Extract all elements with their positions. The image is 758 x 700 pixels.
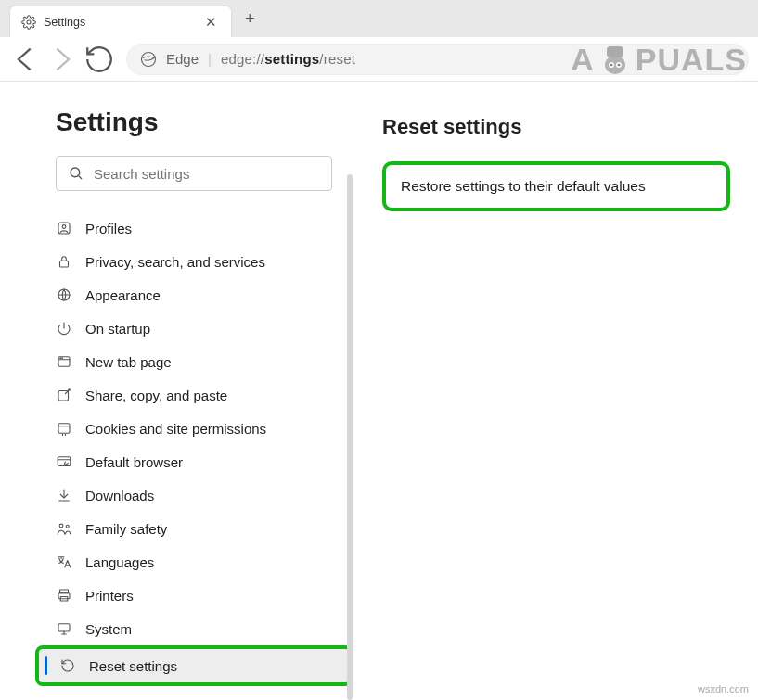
- address-url: edge://settings/reset: [221, 51, 355, 67]
- browser-tab[interactable]: Settings ✕: [9, 6, 232, 37]
- family-icon: [56, 520, 72, 537]
- sidebar-item-label: Default browser: [85, 454, 183, 470]
- sidebar-item-system[interactable]: System: [35, 612, 353, 645]
- nav-list: ProfilesPrivacy, search, and servicesApp…: [56, 211, 332, 686]
- back-button[interactable]: [9, 44, 41, 75]
- new-tab-button[interactable]: +: [239, 6, 261, 32]
- refresh-button[interactable]: [84, 44, 115, 75]
- sidebar-item-printer[interactable]: Printers: [35, 579, 353, 612]
- address-separator: |: [208, 51, 212, 67]
- sidebar-item-label: Printers: [85, 588, 134, 604]
- search-field[interactable]: [56, 156, 332, 191]
- mascot-icon: [597, 41, 634, 78]
- svg-rect-18: [58, 624, 70, 631]
- sidebar-item-reset[interactable]: Reset settings: [35, 645, 353, 686]
- svg-point-9: [62, 358, 63, 359]
- download-icon: [56, 487, 72, 503]
- newtab-icon: [56, 353, 72, 370]
- svg-point-4: [62, 225, 66, 229]
- sidebar-item-power[interactable]: On startup: [35, 312, 353, 345]
- svg-point-19: [605, 56, 625, 74]
- sidebar-item-label: Family safety: [85, 521, 167, 537]
- sidebar-item-label: Appearance: [85, 287, 161, 303]
- sidebar-item-label: Downloads: [85, 488, 154, 503]
- svg-rect-5: [60, 261, 69, 267]
- sidebar-item-label: Privacy, search, and services: [85, 254, 265, 270]
- svg-point-14: [66, 525, 69, 528]
- titlebar: Settings ✕ +: [0, 0, 758, 37]
- printer-icon: [56, 587, 72, 604]
- address-scheme-label: Edge: [166, 51, 199, 67]
- sidebar-item-lang[interactable]: Languages: [35, 545, 353, 579]
- scrollbar[interactable]: [345, 174, 354, 700]
- sidebar-item-label: Profiles: [85, 221, 132, 236]
- sidebar: Settings ProfilesPrivacy, search, and se…: [0, 82, 354, 700]
- share-icon: [56, 387, 72, 403]
- gear-icon: [21, 15, 36, 30]
- lock-icon: [56, 253, 72, 270]
- svg-point-0: [27, 20, 31, 24]
- power-icon: [56, 320, 72, 337]
- page-title: Settings: [56, 108, 332, 137]
- profiles-icon: [56, 220, 72, 236]
- content: Settings ProfilesPrivacy, search, and se…: [0, 82, 758, 700]
- cookies-icon: [56, 420, 72, 437]
- lang-icon: [56, 554, 72, 570]
- watermark: A PUALS: [571, 41, 747, 78]
- reset-icon: [59, 657, 76, 674]
- appearance-icon: [56, 286, 72, 303]
- svg-rect-20: [607, 46, 623, 57]
- forward-button[interactable]: [46, 44, 78, 75]
- sidebar-item-label: Share, copy, and paste: [85, 388, 227, 403]
- sidebar-item-label: System: [85, 621, 132, 637]
- sidebar-item-family[interactable]: Family safety: [35, 512, 353, 545]
- main-title: Reset settings: [382, 115, 730, 139]
- restore-defaults-button[interactable]: Restore settings to their default values: [382, 161, 730, 211]
- sidebar-item-share[interactable]: Share, copy, and paste: [35, 378, 353, 412]
- svg-point-23: [610, 64, 612, 67]
- system-icon: [56, 620, 72, 637]
- sidebar-item-browser[interactable]: Default browser: [35, 445, 353, 478]
- image-credit: wsxdn.com: [698, 683, 749, 694]
- sidebar-item-label: New tab page: [85, 354, 172, 370]
- close-icon[interactable]: ✕: [202, 15, 220, 29]
- main-panel: Reset settings Restore settings to their…: [354, 82, 758, 700]
- sidebar-item-label: Languages: [85, 554, 154, 570]
- sidebar-item-cookies[interactable]: Cookies and site permissions: [35, 412, 353, 445]
- svg-point-8: [60, 358, 61, 359]
- sidebar-item-label: On startup: [85, 321, 150, 337]
- svg-point-13: [59, 524, 63, 528]
- tab-title: Settings: [44, 16, 195, 29]
- svg-rect-11: [58, 424, 70, 434]
- svg-point-24: [617, 64, 620, 67]
- browser-icon: [56, 453, 72, 470]
- edge-logo-icon: [140, 51, 157, 68]
- restore-defaults-label: Restore settings to their default values: [401, 178, 646, 194]
- sidebar-item-lock[interactable]: Privacy, search, and services: [35, 245, 353, 278]
- svg-point-2: [71, 168, 80, 177]
- sidebar-item-profiles[interactable]: Profiles: [35, 211, 353, 245]
- sidebar-item-newtab[interactable]: New tab page: [35, 345, 353, 378]
- sidebar-item-label: Reset settings: [89, 658, 177, 674]
- svg-point-1: [142, 52, 156, 66]
- search-input[interactable]: [94, 166, 320, 182]
- search-icon: [68, 165, 84, 182]
- sidebar-item-label: Cookies and site permissions: [85, 421, 266, 437]
- sidebar-item-download[interactable]: Downloads: [35, 478, 353, 512]
- sidebar-item-appearance[interactable]: Appearance: [35, 278, 353, 312]
